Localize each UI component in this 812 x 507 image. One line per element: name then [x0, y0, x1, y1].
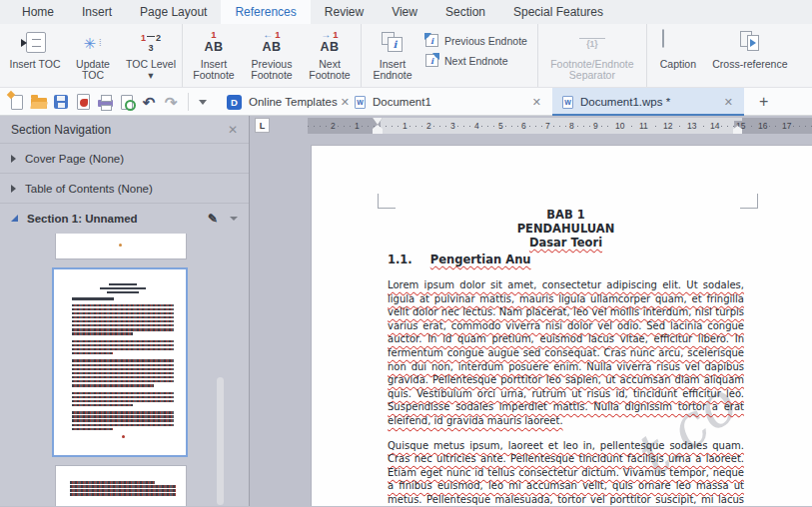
previous-endnote-button[interactable]: i Previous Endnote: [425, 34, 527, 47]
footnote-endnote-separator-button[interactable]: {1} Footnote/Endnote Separator: [540, 27, 644, 81]
menu-tab-view[interactable]: View: [378, 0, 431, 24]
ruler-mark: 14: [708, 121, 721, 131]
heading-pendahuluan[interactable]: PENDAHULUAN: [388, 222, 744, 236]
menu-tab-home[interactable]: Home: [8, 0, 68, 24]
ruler-mark: 9: [591, 121, 600, 131]
edit-icon[interactable]: ✎: [208, 212, 218, 226]
menu-tab-insert[interactable]: Insert: [68, 0, 126, 24]
tab-stop-selector[interactable]: L: [255, 118, 270, 133]
menu-tab-special-features[interactable]: Special Features: [499, 0, 617, 24]
first-line-indent-marker[interactable]: [373, 118, 383, 125]
save-button[interactable]: [50, 91, 72, 113]
menu-tab-references[interactable]: References: [221, 0, 310, 24]
ruler-mark: 7: [543, 121, 552, 131]
footnote-endnote-separator-label: Footnote/Endnote Separator: [540, 59, 644, 81]
previous-footnote-button[interactable]: ←1 AB Previous Footnote: [243, 27, 301, 81]
next-endnote-icon: i: [425, 54, 438, 67]
insert-toc-button[interactable]: Insert TOC: [6, 27, 64, 70]
heading-dasar-teori[interactable]: Dasar Teori: [388, 236, 744, 250]
open-button[interactable]: [28, 91, 50, 113]
pdf-icon: [77, 94, 90, 110]
thumbnail-content: [56, 466, 186, 496]
menu-tab-review[interactable]: Review: [311, 0, 378, 24]
insert-footnote-button[interactable]: 1 AB Insert Footnote: [185, 27, 243, 81]
print-button[interactable]: [94, 91, 116, 113]
previous-endnote-label: Previous Endnote: [444, 35, 527, 47]
tab-label: Document1.wps *: [580, 96, 670, 108]
new-document-button[interactable]: [6, 91, 28, 113]
horizontal-ruler: 2 1 1 2 3 4 5 6 7 8 9 10 11 12 13 14 15 …: [308, 118, 812, 134]
cross-reference-label: Cross-reference: [712, 59, 787, 70]
export-pdf-button[interactable]: [72, 91, 94, 113]
toolbar-dropdown-icon[interactable]: [199, 100, 207, 105]
page-thumbnail-selected[interactable]: [52, 267, 188, 457]
previous-footnote-icon: ←1 AB: [262, 30, 281, 56]
page-number-dot: [119, 244, 122, 247]
ruler-mark: 10: [613, 121, 626, 131]
sidebar-item-cover-page[interactable]: Cover Page (None): [0, 143, 249, 173]
tab-row: ↶ ↷ D Online Templates ✕ W Document1 ✕ W…: [0, 88, 812, 116]
caption-button[interactable]: Caption: [649, 27, 707, 70]
new-document-icon: [11, 95, 23, 110]
cross-reference-button[interactable]: Cross-reference: [707, 27, 793, 70]
print-preview-button[interactable]: [116, 91, 138, 113]
page-thumbnail[interactable]: [56, 466, 186, 506]
sidebar-item-label: Table of Contents (None): [25, 183, 153, 195]
toc-level-icon: 12 3: [135, 30, 167, 56]
printer-icon: [98, 100, 113, 107]
next-footnote-button[interactable]: →1 AB Next Footnote: [301, 27, 359, 81]
sidebar-item-table-of-contents[interactable]: Table of Contents (None): [0, 173, 249, 203]
document-page[interactable]: t.co BAB 1 PENDAHULUAN Dasar Teori 1.1. …: [312, 146, 812, 506]
ribbon-group-footnote: 1 AB Insert Footnote ←1 AB Previous Foot…: [182, 24, 361, 87]
menu-tab-section[interactable]: Section: [431, 0, 499, 24]
next-endnote-button[interactable]: i Next Endnote: [425, 54, 527, 67]
redo-button[interactable]: ↷: [160, 91, 182, 113]
ribbon-group-endnote: i Insert Endnote i Previous Endnote i Ne…: [361, 24, 537, 87]
sidebar-scrollbar[interactable]: [217, 234, 225, 506]
previous-footnote-label: Previous Footnote: [243, 59, 301, 81]
update-toc-icon: ✳⁞: [77, 30, 109, 56]
close-icon[interactable]: ✕: [228, 123, 238, 137]
insert-toc-label: Insert TOC: [10, 59, 61, 70]
ruler-mark: 4: [472, 121, 481, 131]
insert-endnote-button[interactable]: i Insert Endnote: [364, 27, 421, 81]
menu-bar: Home Insert Page Layout References Revie…: [0, 0, 812, 24]
footnote-endnote-separator-icon: {1}: [572, 30, 612, 56]
new-tab-button[interactable]: +: [754, 93, 773, 111]
paragraph-2[interactable]: Quisque metus ipsum, laoreet et leo in, …: [388, 439, 744, 506]
margin-corner-mark: [740, 194, 758, 209]
scrollbar-thumb[interactable]: [217, 377, 224, 505]
undo-button[interactable]: ↶: [138, 91, 160, 113]
close-icon[interactable]: ✕: [721, 96, 736, 109]
next-footnote-label: Next Footnote: [301, 59, 359, 81]
writer-doc-icon: W: [562, 96, 573, 109]
paragraph-1[interactable]: Lorem ipsum dolor sit amet, consectetur …: [388, 278, 744, 428]
doc-tab-online-templates[interactable]: D Online Templates ✕: [217, 88, 345, 116]
docer-logo-icon: D: [227, 95, 242, 110]
ruler-mark: 8: [567, 121, 576, 131]
update-toc-label: Update TOC: [64, 59, 122, 81]
tab-label: Document1: [373, 96, 431, 108]
heading-bab1[interactable]: BAB 1: [388, 208, 744, 222]
update-toc-button[interactable]: ✳⁞ Update TOC: [64, 27, 122, 81]
ribbon-group-separator: {1} Footnote/Endnote Separator: [537, 24, 646, 87]
toolbar-divider: [188, 93, 189, 111]
doc-tab-document1-wps[interactable]: W Document1.wps * ✕: [552, 88, 744, 116]
caption-icon: [662, 30, 694, 56]
next-endnote-label: Next Endnote: [444, 55, 508, 67]
section-heading[interactable]: 1.1. Pengertian Anu: [388, 252, 744, 267]
toc-level-button[interactable]: 12 3 TOC Level ▾: [122, 27, 180, 81]
doc-tab-document1[interactable]: W Document1 ✕: [345, 88, 552, 116]
chevron-down-icon[interactable]: [230, 217, 238, 221]
sidebar-item-section1[interactable]: Section 1: Unnamed ✎: [0, 203, 249, 233]
close-icon[interactable]: ✕: [529, 96, 544, 109]
redo-icon: ↷: [165, 95, 178, 110]
ribbon-group-toc: Insert TOC ✳⁞ Update TOC 12 3 TOC Level …: [4, 24, 182, 87]
menu-tab-page-layout[interactable]: Page Layout: [126, 0, 221, 24]
ruler: L 2 1 1 2 3 4 5 6 7 8 9 10 11 12 13 14: [250, 116, 812, 136]
ruler-mark: 13: [685, 121, 698, 131]
tab-label: Online Templates: [249, 96, 338, 108]
ruler-mark: 12: [661, 121, 674, 131]
page-thumbnail[interactable]: [56, 234, 186, 258]
chevron-expanded-icon: [11, 215, 18, 222]
